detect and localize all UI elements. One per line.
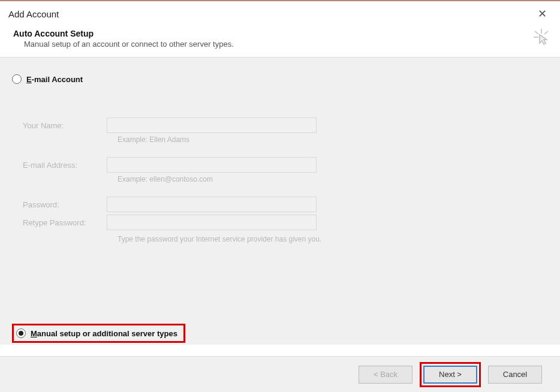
name-hint: Example: Ellen Adams xyxy=(118,135,548,144)
cancel-button[interactable]: Cancel xyxy=(488,366,542,384)
header-title: Auto Account Setup xyxy=(13,29,547,38)
email-label: E-mail Address: xyxy=(23,161,107,170)
email-input xyxy=(107,157,317,173)
window-title: Add Account xyxy=(8,9,59,19)
manual-setup-label: Manual setup or additional server types xyxy=(31,329,177,338)
header-section: Auto Account Setup Manual setup of an ac… xyxy=(0,24,560,57)
name-input xyxy=(107,117,317,133)
password-hint: Type the password your Internet service … xyxy=(118,235,548,243)
svg-line-2 xyxy=(544,31,548,34)
email-hint: Example: ellen@contoso.com xyxy=(118,175,548,183)
main-body: E-mail Account Your Name: Example: Ellen… xyxy=(0,57,560,345)
radio-selected-icon xyxy=(16,328,26,338)
svg-line-1 xyxy=(535,31,538,34)
password-label: Password: xyxy=(23,200,107,209)
password-row: Password: xyxy=(23,197,548,212)
manual-setup-option[interactable]: Manual setup or additional server types xyxy=(12,324,185,343)
name-label: Your Name: xyxy=(23,121,107,130)
password-input xyxy=(107,197,317,212)
retype-row: Retype Password: xyxy=(23,215,548,230)
next-button-highlight: Next > xyxy=(420,362,481,387)
footer-bar: < Back Next > Cancel xyxy=(0,356,560,392)
next-button[interactable]: Next > xyxy=(423,366,477,384)
name-row: Your Name: xyxy=(23,117,548,133)
form-area: Your Name: Example: Ellen Adams E-mail A… xyxy=(23,117,548,243)
close-icon: ✕ xyxy=(538,8,547,20)
cursor-click-icon xyxy=(532,28,550,50)
header-subtitle: Manual setup of an account or connect to… xyxy=(24,40,547,49)
retype-label: Retype Password: xyxy=(23,218,107,227)
retype-input xyxy=(107,215,317,230)
title-bar: Add Account ✕ xyxy=(0,0,560,24)
close-button[interactable]: ✕ xyxy=(533,6,552,22)
email-row: E-mail Address: xyxy=(23,157,548,173)
radio-unselected-icon xyxy=(12,74,22,84)
email-account-option[interactable]: E-mail Account xyxy=(12,74,548,84)
email-account-label: E-mail Account xyxy=(26,75,83,84)
back-button: < Back xyxy=(359,366,413,384)
